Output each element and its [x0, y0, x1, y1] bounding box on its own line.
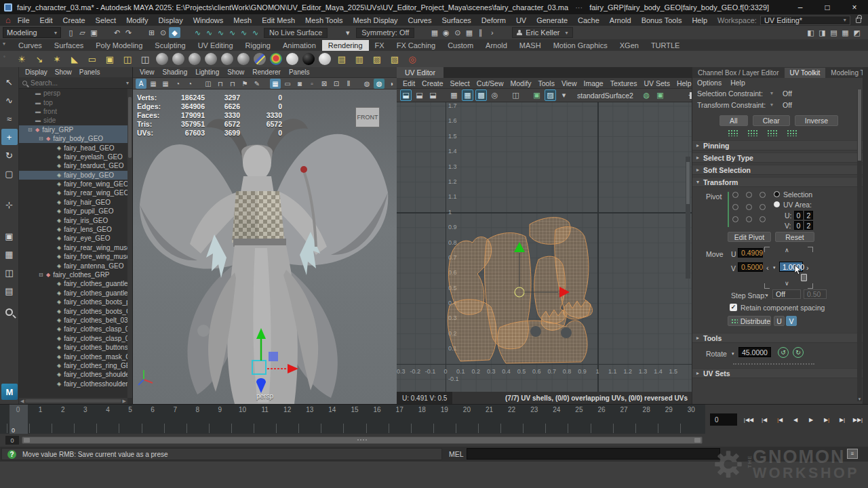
outliner-menu-item[interactable]: Display [25, 68, 47, 76]
status-icon[interactable] [100, 27, 111, 38]
status-icon[interactable] [498, 27, 509, 38]
viewport-menu-item[interactable]: Renderer [252, 68, 281, 76]
menu-item[interactable]: Mesh [233, 16, 252, 24]
viewport-toolbar-icon[interactable]: ◫ [203, 79, 214, 89]
playback-button[interactable]: |◀ [773, 413, 787, 426]
uv-editor-menu-item[interactable]: View [561, 79, 577, 87]
ui-toggle-icon[interactable]: ▦ [840, 27, 851, 38]
viewport-toolbar-icon[interactable]: ⊓ [227, 79, 238, 89]
tool-icon[interactable]: ≈ [1, 110, 18, 127]
viewport-menu-item[interactable]: View [140, 68, 155, 76]
tool-icon[interactable] [1, 215, 18, 226]
viewport-toolbar-icon[interactable]: ⊡ [331, 79, 342, 89]
status-icon[interactable]: ◆ [169, 27, 180, 38]
minimize-button[interactable]: – [787, 0, 814, 14]
range-grip[interactable] [357, 439, 368, 442]
toolkit-tab[interactable]: UV Toolkit [785, 68, 826, 78]
uv-canvas-scrollbar[interactable] [686, 157, 690, 279]
uv-toolbar-icon[interactable]: ▨ [545, 89, 556, 101]
uv-toolbar-icon[interactable]: ▩ [475, 89, 487, 101]
outliner-item[interactable]: ◈ fairy_lens_GEO [19, 225, 127, 234]
viewport-menu-item[interactable]: Lighting [195, 68, 219, 76]
tool-icon[interactable]: ◫ [1, 264, 18, 281]
shelf-item-icon[interactable] [319, 53, 331, 65]
section-select-by-type[interactable]: ▸Select By Type [692, 152, 863, 163]
expand-icon[interactable]: ⊟ [39, 136, 46, 142]
uv-toolbar-icon[interactable]: ⬓ [414, 89, 425, 101]
maya-home-icon[interactable]: ⌂ [5, 15, 11, 25]
move-right-button[interactable]: › [806, 264, 809, 272]
status-icon[interactable] [330, 27, 342, 38]
mel-label[interactable]: MEL [449, 450, 464, 458]
status-icon[interactable]: ▯ [65, 27, 77, 38]
outliner-item[interactable]: ◈ fairy_tearduct_GEO [19, 161, 127, 170]
menu-item[interactable]: Help [692, 16, 707, 24]
viewport-toolbar-icon[interactable]: ◑ [386, 79, 397, 89]
uv-toolbar-icon[interactable] [524, 89, 529, 101]
viewport-toolbar-icon[interactable] [197, 79, 201, 89]
outliner-item[interactable]: ◈ fairy_clothes_boots_part_GEO1 [19, 298, 127, 306]
uv-editor-menu-item[interactable]: Textures [610, 79, 637, 87]
uv-editor-menu-item[interactable]: Cut/Sew [477, 79, 504, 87]
pivot-v1-field[interactable]: 0 [794, 221, 803, 230]
outliner-item[interactable]: ◈ fairy_clothes_guantlet_02_GEO [19, 289, 127, 298]
menu-set-dropdown[interactable]: Modeling▾ [3, 27, 61, 38]
move-u-field[interactable]: 0.4909 [738, 248, 763, 258]
shelf-item-icon[interactable]: ▣ [103, 52, 117, 66]
toolkit-tab[interactable]: Channel Box / Layer Editor [692, 68, 785, 78]
tool-icon[interactable]: ▢ [1, 165, 18, 182]
viewport-toolbar-icon[interactable]: ⊠ [319, 79, 330, 89]
menu-item[interactable]: File [18, 16, 30, 24]
uv-editor-tab[interactable]: UV Editor [397, 67, 443, 78]
search-input[interactable]: Search... [31, 79, 126, 87]
shelf-item-icon[interactable] [286, 53, 298, 65]
edit-pivot-button[interactable]: Edit Pivot [728, 232, 771, 242]
outliner-item[interactable]: ◈ fairy_hair_GEO [19, 198, 127, 207]
close-button[interactable]: × [841, 0, 868, 14]
shelf-item-icon[interactable]: ↘ [33, 52, 46, 66]
viewport-toolbar-icon[interactable]: ◔ [172, 79, 183, 89]
viewport-toolbar-icon[interactable]: ◔ [184, 79, 195, 89]
status-icon[interactable] [134, 27, 146, 38]
uv-toolbar-icon[interactable]: ▣ [531, 89, 542, 101]
playback-button[interactable]: ▶▶| [851, 413, 865, 426]
tool-icon[interactable]: ▣ [1, 228, 18, 244]
pivot-v2-field[interactable]: 2 [804, 221, 813, 230]
outliner-item[interactable]: ⊟ ◆ fairy_clothes_GRP [19, 270, 127, 279]
menu-item[interactable]: Deform [481, 16, 506, 24]
menu-item[interactable]: Select [96, 16, 117, 24]
range-handle-left[interactable] [24, 438, 30, 443]
menu-item[interactable]: Mesh Display [353, 16, 398, 24]
tool-icon[interactable]: + [1, 129, 18, 145]
menu-item[interactable]: Windows [193, 16, 224, 24]
shelf-item-icon[interactable] [254, 53, 266, 65]
material-name[interactable]: standardSurface2 [577, 92, 633, 100]
shelf-item-icon[interactable]: ◣ [68, 52, 81, 66]
menu-item[interactable]: Mesh Tools [305, 16, 342, 24]
outliner-menu-item[interactable]: Show [55, 68, 72, 76]
toolkit-menu-item[interactable]: Help [730, 79, 745, 87]
uv-editor-menu-item[interactable]: Tools [538, 79, 555, 87]
select-border-icon[interactable] [767, 129, 777, 136]
shelf-item-icon[interactable]: ☀ [15, 52, 28, 66]
rotate-angle-field[interactable]: 45.0000 [738, 347, 771, 357]
tool-icon[interactable]: ▤ [1, 283, 18, 299]
maximize-button[interactable]: □ [814, 0, 841, 14]
viewport-toolbar-icon[interactable]: ▦ [160, 79, 171, 89]
symmetry-field[interactable]: Symmetry: Off [356, 28, 414, 38]
selection-constraint-value[interactable]: Off [783, 89, 792, 98]
playback-button[interactable]: ▶ [804, 413, 818, 426]
outliner-horizontal-scrollbar[interactable]: ◀▶ [19, 398, 127, 404]
pivot-radio[interactable] [746, 204, 752, 210]
pivot-radio[interactable] [760, 204, 766, 210]
move-v-field[interactable]: 0.5000 [738, 262, 763, 272]
outliner-item[interactable]: ⊟ ◆ fairy_body_GEO [19, 134, 127, 143]
range-slider[interactable] [22, 436, 703, 444]
uv-editor-menu-item[interactable]: Modify [510, 79, 531, 87]
shelf-item-icon[interactable] [172, 53, 184, 65]
range-start-field[interactable]: 0 [5, 436, 19, 445]
select-inner-icon[interactable] [747, 129, 757, 136]
playback-button[interactable]: |◀◀ [742, 413, 755, 426]
viewport-toolbar-icon[interactable]: ⊓ [215, 79, 226, 89]
move-up-button[interactable]: ∧ [785, 247, 789, 253]
